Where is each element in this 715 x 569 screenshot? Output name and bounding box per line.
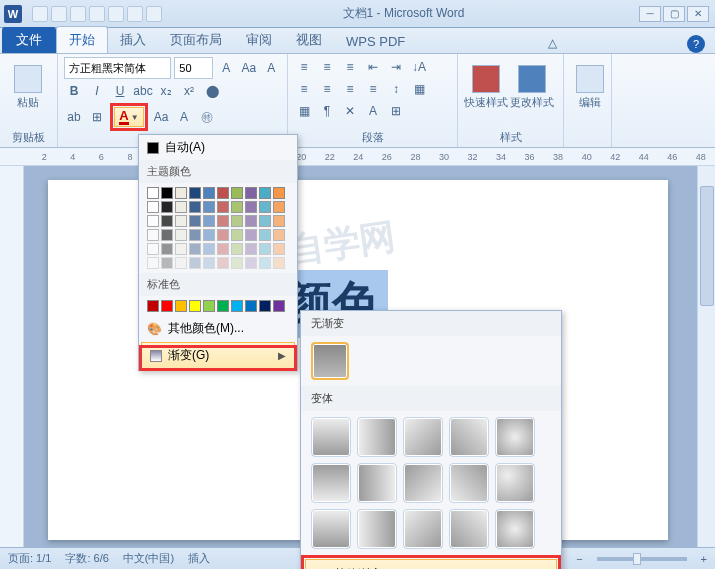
- superscript-button[interactable]: x²: [179, 81, 199, 101]
- color-swatch[interactable]: [273, 257, 285, 269]
- font-color-button[interactable]: A ▼: [114, 107, 144, 127]
- change-styles-button[interactable]: 更改样式: [510, 57, 554, 117]
- color-swatch[interactable]: [217, 201, 229, 213]
- char-shading-icon[interactable]: A: [174, 107, 194, 127]
- maximize-button[interactable]: ▢: [663, 6, 685, 22]
- color-swatch[interactable]: [161, 215, 173, 227]
- font-size-combo[interactable]: 50: [174, 57, 213, 79]
- color-swatch[interactable]: [231, 243, 243, 255]
- color-swatch[interactable]: [245, 215, 257, 227]
- page-status[interactable]: 页面: 1/1: [8, 551, 51, 566]
- tab-view[interactable]: 视图: [284, 27, 334, 53]
- color-swatch[interactable]: [147, 187, 159, 199]
- color-swatch[interactable]: [175, 300, 187, 312]
- color-swatch[interactable]: [231, 257, 243, 269]
- gradient-swatch[interactable]: [403, 417, 443, 457]
- qat-button[interactable]: [127, 6, 143, 22]
- color-swatch[interactable]: [273, 229, 285, 241]
- gradient-swatch[interactable]: [357, 417, 397, 457]
- para-btn[interactable]: A: [363, 101, 383, 121]
- color-swatch[interactable]: [273, 201, 285, 213]
- justify-icon[interactable]: ≡: [363, 79, 383, 99]
- color-swatch[interactable]: [259, 229, 271, 241]
- color-swatch[interactable]: [259, 201, 271, 213]
- tab-insert[interactable]: 插入: [108, 27, 158, 53]
- shading-icon[interactable]: ▦: [409, 79, 429, 99]
- horizontal-ruler[interactable]: 2468101214161820222426283032343638404244…: [0, 148, 715, 166]
- zoom-slider[interactable]: [597, 557, 687, 561]
- phonetic-button[interactable]: ⊞: [87, 107, 107, 127]
- color-swatch[interactable]: [231, 201, 243, 213]
- color-swatch[interactable]: [259, 215, 271, 227]
- color-swatch[interactable]: [189, 215, 201, 227]
- color-swatch[interactable]: [175, 201, 187, 213]
- gradient-swatch[interactable]: [311, 463, 351, 503]
- color-swatch[interactable]: [245, 229, 257, 241]
- qat-save-icon[interactable]: [32, 6, 48, 22]
- color-swatch[interactable]: [161, 300, 173, 312]
- color-swatch[interactable]: [175, 257, 187, 269]
- color-swatch[interactable]: [203, 300, 215, 312]
- multilevel-icon[interactable]: ≡: [340, 57, 360, 77]
- highlight-button[interactable]: ab: [64, 107, 84, 127]
- line-spacing-icon[interactable]: ↕: [386, 79, 406, 99]
- align-center-icon[interactable]: ≡: [317, 79, 337, 99]
- color-swatch[interactable]: [245, 243, 257, 255]
- vertical-ruler[interactable]: [0, 166, 24, 549]
- tab-home[interactable]: 开始: [56, 26, 108, 53]
- color-swatch[interactable]: [231, 187, 243, 199]
- gradient-swatch[interactable]: [311, 417, 351, 457]
- tab-layout[interactable]: 页面布局: [158, 27, 234, 53]
- minimize-button[interactable]: ─: [639, 6, 661, 22]
- color-swatch[interactable]: [189, 187, 201, 199]
- close-button[interactable]: ✕: [687, 6, 709, 22]
- color-swatch[interactable]: [259, 300, 271, 312]
- no-gradient-swatch[interactable]: [311, 342, 349, 380]
- underline-button[interactable]: U: [110, 81, 130, 101]
- color-swatch[interactable]: [161, 201, 173, 213]
- color-swatch[interactable]: [245, 187, 257, 199]
- color-swatch[interactable]: [175, 215, 187, 227]
- paste-button[interactable]: 粘贴: [6, 57, 50, 117]
- color-swatch[interactable]: [273, 300, 285, 312]
- enclose-char-icon[interactable]: ㊕: [197, 107, 217, 127]
- color-swatch[interactable]: [245, 257, 257, 269]
- color-swatch[interactable]: [147, 201, 159, 213]
- ribbon-minimize-icon[interactable]: △: [542, 33, 562, 53]
- more-colors-item[interactable]: 🎨 其他颜色(M)...: [139, 316, 297, 341]
- color-swatch[interactable]: [203, 243, 215, 255]
- gradient-swatch[interactable]: [357, 509, 397, 549]
- indent-inc-icon[interactable]: ⇥: [386, 57, 406, 77]
- change-case-icon[interactable]: Aa: [239, 58, 259, 78]
- sort-icon[interactable]: ↓A: [409, 57, 429, 77]
- qat-button[interactable]: [89, 6, 105, 22]
- grow-font-icon[interactable]: A: [216, 58, 236, 78]
- color-swatch[interactable]: [189, 229, 201, 241]
- color-swatch[interactable]: [217, 257, 229, 269]
- color-swatch[interactable]: [203, 201, 215, 213]
- snap-icon[interactable]: ✕: [340, 101, 360, 121]
- borders-icon[interactable]: ▦: [294, 101, 314, 121]
- zoom-out-icon[interactable]: −: [576, 553, 582, 565]
- numbering-icon[interactable]: ≡: [317, 57, 337, 77]
- color-swatch[interactable]: [147, 300, 159, 312]
- color-swatch[interactable]: [217, 300, 229, 312]
- help-button[interactable]: ?: [687, 35, 705, 53]
- language-status[interactable]: 中文(中国): [123, 551, 174, 566]
- align-right-icon[interactable]: ≡: [340, 79, 360, 99]
- color-swatch[interactable]: [161, 243, 173, 255]
- color-swatch[interactable]: [273, 243, 285, 255]
- gradient-swatch[interactable]: [403, 509, 443, 549]
- more-gradients-item[interactable]: 其他渐变(M)...: [305, 559, 557, 569]
- color-swatch[interactable]: [147, 243, 159, 255]
- editing-button[interactable]: 编辑: [570, 57, 610, 117]
- color-swatch[interactable]: [231, 215, 243, 227]
- color-swatch[interactable]: [147, 215, 159, 227]
- strike-button[interactable]: abc: [133, 81, 153, 101]
- bullets-icon[interactable]: ≡: [294, 57, 314, 77]
- quick-styles-button[interactable]: 快速样式: [464, 57, 508, 117]
- qat-button[interactable]: [108, 6, 124, 22]
- color-swatch[interactable]: [245, 201, 257, 213]
- color-swatch[interactable]: [231, 229, 243, 241]
- zoom-knob[interactable]: [633, 553, 641, 565]
